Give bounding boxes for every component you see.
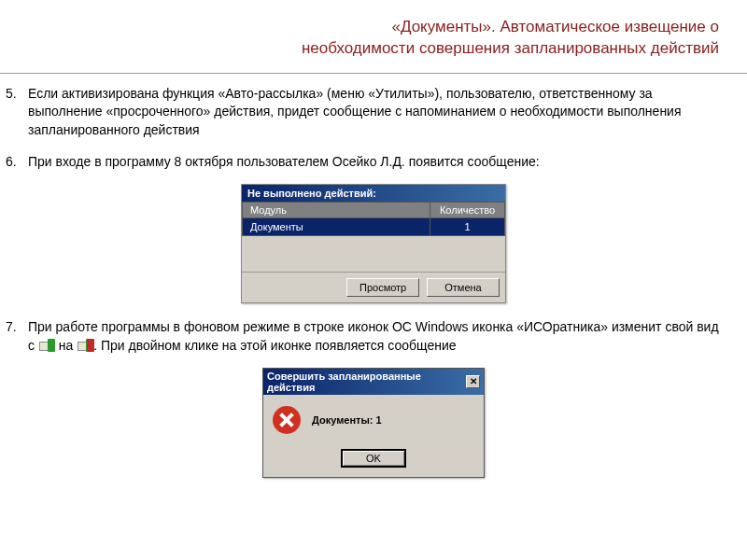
tray-icon-alert <box>77 339 93 354</box>
dialog-body: Документы: 1 <box>263 395 484 445</box>
title-line-2: необходимости совершения запланированных… <box>302 39 719 57</box>
perform-actions-dialog: Совершить запланированные действия ✕ Док… <box>262 368 485 478</box>
list-item-7: 7. При работе программы в фоновом режиме… <box>28 318 719 355</box>
dialog-body-spacer <box>242 236 505 272</box>
tray-icon-normal <box>38 339 55 354</box>
item-text: Если активизирована функция «Авто-рассыл… <box>28 85 719 140</box>
list-item-5: 5. Если активизирована функция «Авто-рас… <box>28 85 719 140</box>
dialog-titlebar: Совершить запланированные действия ✕ <box>263 369 484 395</box>
table-row[interactable]: Документы 1 <box>243 218 505 236</box>
text-part-b: на <box>59 338 74 353</box>
dialog-message: Документы: 1 <box>312 414 382 426</box>
actions-table: Модуль Количество Документы 1 <box>242 202 505 236</box>
pending-actions-dialog: Не выполнено действий: Модуль Количество… <box>241 184 506 303</box>
ok-button[interactable]: OK <box>341 449 406 468</box>
cancel-button[interactable]: Отмена <box>427 278 500 297</box>
header-divider <box>0 73 747 74</box>
dialog-button-bar: OK <box>263 445 484 477</box>
error-icon <box>273 406 301 434</box>
item-number: 7. <box>6 318 28 355</box>
list-item-6: 6. При входе в программу 8 октября польз… <box>28 153 719 172</box>
content-area: 5. Если активизирована функция «Авто-рас… <box>0 85 747 479</box>
cell-count: 1 <box>430 218 505 236</box>
dialog-titlebar: Не выполнено действий: <box>242 185 505 202</box>
item-number: 5. <box>6 85 28 140</box>
item-text: При работе программы в фоновом режиме в … <box>28 318 719 355</box>
item-text: При входе в программу 8 октября пользова… <box>28 153 719 172</box>
col-header-module: Модуль <box>243 203 430 218</box>
close-icon[interactable]: ✕ <box>466 375 480 388</box>
title-line-1: «Документы». Автоматическое извещение о <box>391 18 719 35</box>
view-button[interactable]: Просмотр <box>346 278 419 297</box>
dialog-button-bar: Просмотр Отмена <box>242 272 505 302</box>
cell-module: Документы <box>243 218 430 236</box>
page-title: «Документы». Автоматическое извещение о … <box>0 0 747 69</box>
text-part-c: . При двойном клике на этой иконке появл… <box>93 338 456 353</box>
item-number: 6. <box>6 153 28 172</box>
dialog-title-text: Совершить запланированные действия <box>267 371 466 393</box>
col-header-count: Количество <box>430 203 505 218</box>
